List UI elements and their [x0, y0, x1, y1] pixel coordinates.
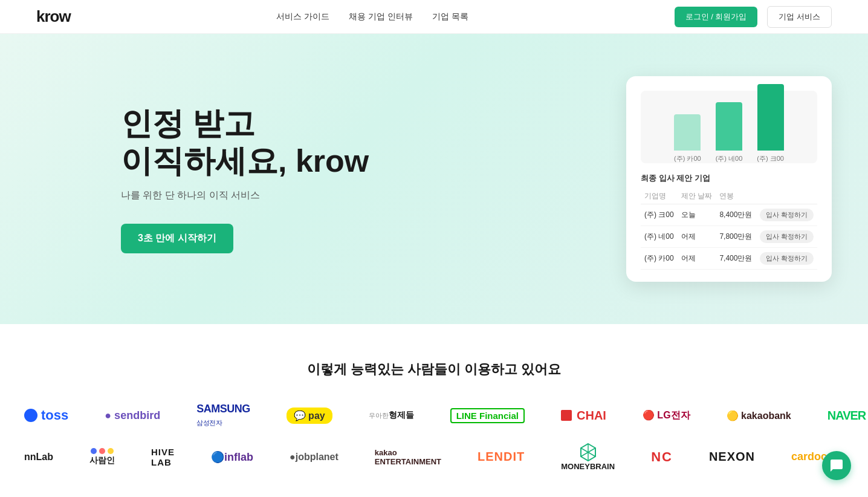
- dot-1: [91, 448, 97, 454]
- logo-sirampeople: 사람인: [89, 448, 115, 466]
- logo-lg: 🔴 LG전자: [643, 409, 690, 422]
- bar-label-3: (주) 크00: [757, 154, 784, 163]
- logo-kakaobank: 🟡 kakaobank: [727, 410, 791, 421]
- nav-links: 서비스 가이드 채용 기업 인터뷰 기업 목록: [276, 11, 468, 22]
- confirm-btn-2[interactable]: 입사 확정하기: [760, 230, 814, 243]
- bar-label-2: (주) 네00: [716, 154, 743, 163]
- siram-dots: [91, 448, 114, 454]
- table-title: 최종 입사 제안 기업: [641, 173, 817, 184]
- col-date: 제안 날짜: [678, 189, 716, 204]
- table-row: (주) 네00 어제 7,800만원 입사 확정하기: [641, 226, 817, 248]
- kakaoent-label: kakaoENTERTAINMENT: [375, 448, 441, 466]
- row3-company: (주) 카00: [641, 248, 678, 270]
- hero-title-line1: 인정 받고: [121, 105, 590, 142]
- section-title: 이렇게 능력있는 사람들이 이용하고 있어요: [0, 360, 868, 378]
- navbar: krow 서비스 가이드 채용 기업 인터뷰 기업 목록 로그인 / 회원가입 …: [0, 0, 868, 34]
- sirampeople-label: 사람인: [89, 455, 115, 466]
- hivelab-label: HIVELAB: [151, 447, 175, 467]
- row1-salary: 8,400만원: [716, 204, 756, 226]
- chat-icon: [829, 458, 844, 473]
- start-button[interactable]: 3초 만에 시작하기: [121, 224, 233, 253]
- bar-label-1: (주) 카00: [674, 154, 701, 163]
- logo-nc: NC: [651, 449, 673, 465]
- row2-company: (주) 네00: [641, 226, 678, 248]
- brainlab-label: nnLab: [24, 452, 53, 463]
- moneybrain-icon: [578, 443, 598, 462]
- logo-naver: NAVER: [828, 409, 866, 423]
- row1-date: 오늘: [678, 204, 716, 226]
- chart-area: (주) 카00 (주) 네00 (주) 크00: [641, 91, 817, 163]
- logo-urirang: 우아한 형제들: [369, 410, 414, 421]
- logo-line: LINE Financial: [450, 408, 525, 423]
- offer-table: 기업명 제안 날짜 연봉 (주) 크00 오늘 8,400만원 입사 확정하기 …: [641, 189, 817, 270]
- confirm-btn-3[interactable]: 입사 확정하기: [760, 252, 814, 265]
- naver-label: NAVER: [828, 409, 866, 423]
- logo-nexon: NEXON: [709, 450, 755, 464]
- col-salary: 연봉: [716, 189, 756, 204]
- logo[interactable]: krow: [36, 7, 71, 26]
- nexon-label: NEXON: [709, 450, 755, 464]
- lg-label: 🔴 LG전자: [643, 409, 690, 422]
- inflab-label: 🔵inflab: [211, 450, 253, 464]
- row2-salary: 7,800만원: [716, 226, 756, 248]
- logo-toss: toss: [24, 408, 68, 423]
- chai-label: CHAI: [561, 409, 606, 423]
- bar-1: [674, 114, 701, 151]
- line-label: LINE Financial: [450, 408, 525, 423]
- cardoc-label: cardoc: [791, 450, 827, 463]
- nav-right: 로그인 / 회원가입 기업 서비스: [675, 6, 832, 28]
- chat-bubble[interactable]: [822, 451, 851, 480]
- logo-sendbird: ● sendbird: [105, 409, 160, 422]
- company-service-button[interactable]: 기업 서비스: [767, 6, 832, 28]
- bar-2: [716, 102, 742, 151]
- urirang-bottom: 형제들: [389, 410, 414, 421]
- logo-jobplanet: ●jobplanet: [290, 452, 338, 463]
- table-row: (주) 카00 어제 7,400만원 입사 확정하기: [641, 248, 817, 270]
- confirm-btn-1[interactable]: 입사 확정하기: [760, 209, 814, 221]
- hero-section: 인정 받고 이직하세요, krow 나를 위한 단 하나의 이직 서비스 3초 …: [0, 34, 868, 324]
- hero-title-line2: 이직하세요, krow: [121, 142, 590, 180]
- hero-title: 인정 받고 이직하세요, krow: [121, 105, 590, 180]
- hero-card: (주) 카00 (주) 네00 (주) 크00 최종 입사 제안 기업 기업명 …: [626, 76, 832, 282]
- urirang-top: 우아한: [369, 411, 389, 420]
- toss-label: toss: [41, 408, 68, 423]
- logo-kakaoent: kakaoENTERTAINMENT: [375, 448, 441, 466]
- logo-kakaopay: 💬 pay: [287, 408, 332, 424]
- logos-row-2: nnLab 사람인 HIVELAB 🔵inflab ●jobplanet kak…: [0, 443, 868, 471]
- col-company: 기업명: [641, 189, 678, 204]
- kakaobank-label: 🟡 kakaobank: [727, 410, 791, 421]
- logo-moneybrain: MONEYBRAIN: [561, 443, 615, 471]
- bar-group-2: (주) 네00: [716, 102, 743, 163]
- logo-hivelab: HIVELAB: [151, 447, 175, 467]
- jobplanet-label: ●jobplanet: [290, 452, 338, 463]
- sendbird-label: ● sendbird: [105, 409, 160, 422]
- kakaopay-label: 💬 pay: [287, 408, 332, 424]
- hero-subtitle: 나를 위한 단 하나의 이직 서비스: [121, 189, 590, 202]
- lendit-label: LENDIT: [478, 450, 525, 464]
- nav-service-guide[interactable]: 서비스 가이드: [276, 11, 329, 22]
- hero-text: 인정 받고 이직하세요, krow 나를 위한 단 하나의 이직 서비스 3초 …: [121, 105, 590, 254]
- nav-company-interview[interactable]: 채용 기업 인터뷰: [349, 11, 413, 22]
- toss-icon: [24, 409, 37, 422]
- moneybrain-label: MONEYBRAIN: [561, 462, 615, 471]
- samsung-label: SAMSUNG삼성전자: [196, 403, 250, 428]
- logo-brainlab: nnLab: [24, 452, 53, 463]
- row3-date: 어제: [678, 248, 716, 270]
- row1-company: (주) 크00: [641, 204, 678, 226]
- bar-3: [757, 84, 784, 151]
- logo-inflab: 🔵inflab: [211, 450, 253, 464]
- dot-3: [108, 448, 114, 454]
- bar-group-1: (주) 카00: [674, 114, 701, 163]
- logos-row-1: toss ● sendbird SAMSUNG삼성전자 💬 pay 우아한 형제…: [0, 403, 868, 428]
- row2-date: 어제: [678, 226, 716, 248]
- bar-group-3: (주) 크00: [757, 84, 784, 163]
- table-row: (주) 크00 오늘 8,400만원 입사 확정하기: [641, 204, 817, 226]
- dot-2: [99, 448, 105, 454]
- nav-company-list[interactable]: 기업 목록: [432, 11, 468, 22]
- nc-label: NC: [651, 449, 673, 465]
- login-button[interactable]: 로그인 / 회원가입: [675, 7, 758, 27]
- logos-section: 이렇게 능력있는 사람들이 이용하고 있어요 toss ● sendbird S…: [0, 324, 868, 497]
- logo-samsung: SAMSUNG삼성전자: [196, 403, 250, 428]
- logo-cardoc: cardoc: [791, 450, 827, 463]
- row3-salary: 7,400만원: [716, 248, 756, 270]
